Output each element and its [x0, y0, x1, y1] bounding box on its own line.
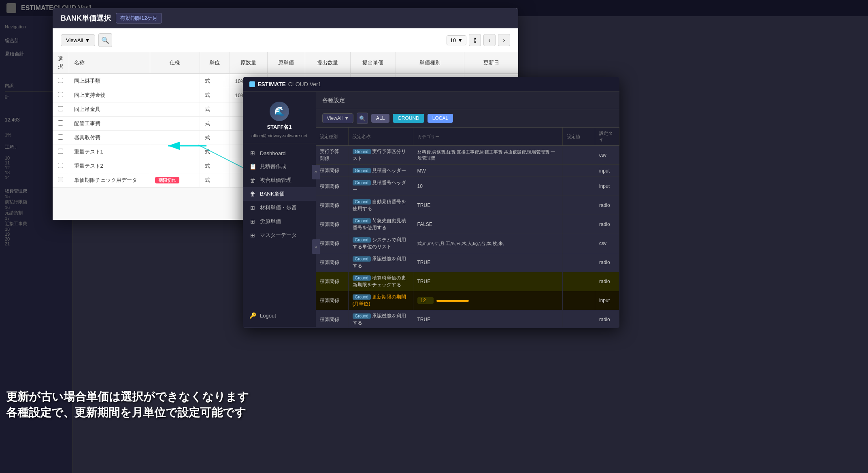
row-unit: 式: [200, 117, 230, 131]
row-kind: 積算関係: [316, 253, 348, 272]
col-select: 選択: [53, 52, 69, 74]
nav-item-labor[interactable]: ⊞ 労原単価: [243, 215, 316, 228]
settings-table-container: 設定種別 設定名称 カテゴリー 設定値 設定タイ 実行予算関係 Ground 実…: [316, 128, 619, 327]
row-category: 12: [413, 291, 563, 310]
filter-ground-button[interactable]: GROUND: [393, 114, 424, 123]
row-value: [563, 196, 595, 215]
view-all-chevron: ▼: [85, 37, 90, 43]
row-category: TRUE: [413, 253, 563, 272]
row-category: 式,m,m²,ケ,月,工,%,%,木,人,kg,',台,本,枚,来,: [413, 234, 563, 253]
row-kind: 積算関係: [316, 310, 348, 327]
expiry-badge: 期限切れ: [155, 177, 179, 183]
filter-local-button[interactable]: LOCAL: [428, 114, 453, 123]
row-name: 同上吊金具: [69, 102, 150, 117]
row-spec: [150, 145, 200, 159]
nav-label-master: マスターデータ: [260, 232, 297, 239]
row-name: 同上継手類: [69, 74, 150, 88]
row-kind: 実行予算関係: [316, 146, 348, 165]
compound-icon: 🗑: [249, 177, 256, 183]
col-unit: 単位: [200, 52, 230, 74]
nav-label-estimate: 見積書作成: [260, 163, 286, 170]
settings-view-all-chevron: ▼: [344, 115, 349, 121]
nav-item-material[interactable]: ⊞ 材料単価・歩留: [243, 201, 316, 215]
row-checkbox[interactable]: [58, 163, 63, 168]
nav-item-bank[interactable]: 🗑 BANK単価: [243, 187, 316, 201]
per-page-select[interactable]: 10 ▼: [447, 35, 466, 45]
row-category: 材料費,労務費,経費,直接工事費,間接工事費,共通仮設費,現場管理費,一般管理費: [413, 146, 563, 165]
row-name: 重量テスト1: [69, 145, 150, 159]
row-category-orange: 12: [417, 297, 434, 304]
row-checkbox[interactable]: [58, 177, 63, 182]
row-type: input: [595, 291, 619, 310]
col-kind: 設定種別: [316, 128, 348, 146]
row-checkbox[interactable]: [58, 120, 63, 126]
row-tag-name: Ground 更新期限の期間(月単位): [348, 291, 413, 310]
row-tag-name: Ground 見積番号ヘッダー: [348, 177, 413, 196]
row-checkbox[interactable]: [58, 134, 63, 140]
toolbar-right: 10 ▼ ⟪ ‹ ›: [447, 34, 510, 46]
row-unit: 式: [200, 159, 230, 173]
row-type: radio: [595, 215, 619, 234]
settings-view-all-button[interactable]: ViewAll ▼: [322, 113, 353, 123]
view-all-label: ViewAll: [66, 37, 83, 43]
row-tag-name: Ground 実行予算区分リスト: [348, 146, 413, 165]
row-checkbox[interactable]: [58, 78, 63, 83]
settings-sidebar: 🌊 STAFF名1 office@midway-software.net ⊞ D…: [243, 92, 316, 327]
col-updated: 更新日: [464, 52, 518, 74]
row-type: csv: [595, 234, 619, 253]
prev-page-button[interactable]: ‹: [483, 34, 496, 46]
first-page-button[interactable]: ⟪: [469, 34, 481, 46]
row-checkbox[interactable]: [58, 149, 63, 154]
sidebar-collapse-button[interactable]: «: [312, 165, 320, 179]
ground-tag: Ground: [353, 275, 371, 281]
labor-icon: ⊞: [249, 218, 256, 225]
row-tag-name: Ground 荷急先自動見積番号を使用する: [348, 215, 413, 234]
settings-row: 積算関係 Ground 承認機能を利用する TRUE radio: [316, 310, 619, 327]
row-tag-name: Ground 自動見積番号を使用する: [348, 196, 413, 215]
col-value: 設定値: [563, 128, 595, 146]
nav-item-dashboard[interactable]: ⊞ Dashboard: [243, 147, 316, 160]
settings-row: 積算関係 Ground 見積書ヘッダー MW input: [316, 165, 619, 177]
per-page-value: 10: [450, 37, 456, 43]
row-kind: 積算関係: [316, 272, 348, 291]
row-type: radio: [595, 272, 619, 291]
settings-search-button[interactable]: 🔍: [357, 113, 368, 124]
search-button[interactable]: 🔍: [98, 33, 112, 47]
ground-tag: Ground: [353, 180, 371, 185]
row-unit: 式: [200, 88, 230, 102]
row-tag-name: Ground システムで利用する単位のリスト: [348, 234, 413, 253]
settings-main: 各種設定 ViewAll ▼ 🔍 ALL GROUND LOCAL 設定種別 設…: [316, 92, 619, 327]
row-type: radio: [595, 310, 619, 327]
settings-row: 積算関係 Ground 承認機能を利用する TRUE radio: [316, 253, 619, 272]
staff-avatar: 🌊: [270, 102, 289, 121]
row-checkbox[interactable]: [58, 92, 63, 97]
ground-tag: Ground: [353, 294, 371, 300]
nav-label-dashboard: Dashboard: [260, 150, 286, 156]
row-name: 器具取付費: [69, 131, 150, 145]
col-unit-price: 原単価: [267, 52, 305, 74]
modal-bank-toolbar: ViewAll ▼ 🔍 10 ▼ ⟪ ‹ ›: [53, 28, 518, 52]
settings-section-title: 各種設定: [316, 92, 619, 109]
nav-label-compound: 複合単価管理: [260, 177, 291, 184]
settings-toolbar: ViewAll ▼ 🔍 ALL GROUND LOCAL: [316, 109, 619, 128]
annotation-line1: 更新が古い場合単価は選択ができなくなります: [6, 389, 249, 405]
master-icon: ⊞: [249, 232, 256, 239]
row-name-expired: 単価期限チェック用データ: [69, 173, 150, 187]
filter-all-button[interactable]: ALL: [371, 114, 389, 123]
row-checkbox[interactable]: [58, 106, 63, 111]
nav-item-estimate[interactable]: 📋 見積書作成: [243, 160, 316, 173]
row-category: TRUE: [413, 272, 563, 291]
col-submit-price: 提出単価: [350, 52, 396, 74]
sidebar-collapse-button-bottom[interactable]: «: [312, 239, 320, 254]
view-all-button[interactable]: ViewAll ▼: [61, 34, 95, 46]
nav-item-logout[interactable]: 🔑 Logout: [243, 309, 316, 322]
row-unit: 式: [200, 145, 230, 159]
nav-item-compound[interactable]: 🗑 複合単価管理: [243, 173, 316, 187]
settings-staff-profile: 🌊 STAFF名1 office@midway-software.net: [243, 97, 316, 143]
row-tag-name: Ground 見積書ヘッダー: [348, 165, 413, 177]
nav-item-master[interactable]: ⊞ マスターデータ: [243, 228, 316, 242]
next-page-button[interactable]: ›: [498, 34, 510, 46]
per-page-chevron: ▼: [457, 37, 463, 43]
nav-label-bank: BANK単価: [260, 190, 285, 198]
row-category: 10: [413, 177, 563, 196]
